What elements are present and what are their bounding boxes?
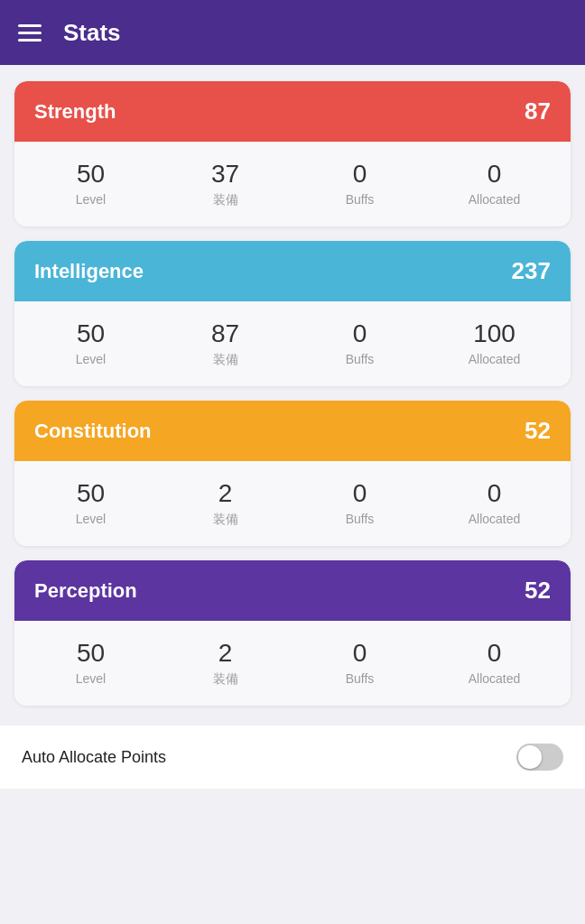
stat-equipment-value: 87: [211, 319, 239, 348]
stat-total-intelligence: 237: [512, 257, 551, 285]
stat-buffs-label: Buffs: [346, 192, 375, 207]
stat-total-constitution: 52: [525, 417, 551, 445]
stat-buffs-item: 0 Buffs: [329, 160, 392, 208]
stat-allocated-value: 0: [488, 639, 502, 668]
stat-allocated-item[interactable]: 0 Allocated: [463, 479, 526, 528]
stat-total-strength: 87: [525, 97, 551, 125]
stat-name-intelligence: Intelligence: [34, 260, 144, 283]
stat-level-value: 50: [77, 639, 105, 668]
stat-buffs-value: 0: [353, 319, 367, 348]
stat-level-value: 50: [77, 479, 105, 508]
stat-body-intelligence: 50 Level 87 装備 0 Buffs 100 Allocated: [14, 301, 571, 386]
stat-level-item: 50 Level: [60, 479, 123, 528]
stat-header-constitution[interactable]: Constitution 52: [14, 401, 571, 461]
stat-level-value: 50: [77, 160, 105, 189]
stat-equipment-value: 2: [218, 639, 233, 668]
stat-buffs-item: 0 Buffs: [329, 319, 392, 368]
stat-name-constitution: Constitution: [34, 420, 152, 443]
stat-equipment-item: 2 装備: [194, 479, 257, 528]
stat-buffs-value: 0: [353, 479, 367, 508]
stat-allocated-value: 100: [473, 319, 515, 348]
stat-total-perception: 52: [525, 577, 551, 605]
stat-level-label: Level: [76, 512, 106, 526]
stat-equipment-label: 装備: [213, 352, 238, 368]
stats-content: Strength 87 50 Level 37 装備 0 Buffs 0: [0, 65, 585, 722]
stat-card-intelligence: Intelligence 237 50 Level 87 装備 0 Buffs …: [14, 241, 571, 386]
stat-header-strength[interactable]: Strength 87: [14, 81, 571, 142]
stat-level-item: 50 Level: [60, 319, 123, 368]
stat-equipment-item: 87 装備: [194, 319, 257, 368]
stat-level-label: Level: [76, 352, 106, 366]
stat-equipment-value: 37: [211, 160, 239, 189]
auto-allocate-label: Auto Allocate Points: [22, 748, 166, 767]
stat-allocated-value: 0: [488, 160, 502, 189]
app-header: Stats: [0, 0, 585, 65]
page-title: Stats: [63, 19, 121, 47]
stat-equipment-label: 装備: [213, 192, 238, 208]
stat-buffs-item: 0 Buffs: [329, 639, 392, 688]
stat-level-item: 50 Level: [60, 639, 123, 688]
stat-buffs-label: Buffs: [346, 352, 375, 366]
stat-allocated-label: Allocated: [469, 192, 521, 207]
stat-allocated-item[interactable]: 0 Allocated: [463, 639, 526, 688]
stat-body-perception: 50 Level 2 装備 0 Buffs 0 Allocated: [14, 621, 571, 706]
stat-card-constitution: Constitution 52 50 Level 2 装備 0 Buffs 0: [14, 401, 571, 546]
stat-buffs-label: Buffs: [346, 671, 375, 686]
stat-allocated-item[interactable]: 100 Allocated: [463, 319, 526, 368]
stat-level-label: Level: [76, 671, 106, 686]
stat-equipment-item: 37 装備: [194, 160, 257, 208]
stat-body-constitution: 50 Level 2 装備 0 Buffs 0 Allocated: [14, 461, 571, 546]
stat-level-label: Level: [76, 192, 106, 207]
stat-equipment-label: 装備: [213, 512, 238, 528]
footer-bar: Auto Allocate Points: [0, 725, 585, 789]
stat-allocated-item[interactable]: 0 Allocated: [463, 160, 526, 208]
stat-buffs-value: 0: [353, 639, 367, 668]
stat-allocated-label: Allocated: [469, 512, 521, 526]
auto-allocate-toggle[interactable]: [516, 744, 563, 771]
stat-buffs-label: Buffs: [346, 512, 375, 526]
stat-allocated-label: Allocated: [469, 671, 521, 686]
toggle-knob: [518, 745, 542, 769]
stat-equipment-item: 2 装備: [194, 639, 257, 688]
stat-buffs-item: 0 Buffs: [329, 479, 392, 528]
stat-level-item: 50 Level: [60, 160, 123, 208]
stat-header-intelligence[interactable]: Intelligence 237: [14, 241, 571, 301]
stat-header-perception[interactable]: Perception 52: [14, 560, 571, 621]
stat-equipment-label: 装備: [213, 671, 238, 688]
stat-equipment-value: 2: [218, 479, 233, 508]
stat-allocated-value: 0: [488, 479, 502, 508]
stat-level-value: 50: [77, 319, 105, 348]
stat-body-strength: 50 Level 37 装備 0 Buffs 0 Allocated: [14, 142, 571, 226]
menu-button[interactable]: [18, 24, 42, 42]
stat-buffs-value: 0: [353, 160, 367, 189]
stat-name-strength: Strength: [34, 100, 116, 124]
stat-card-strength: Strength 87 50 Level 37 装備 0 Buffs 0: [14, 81, 571, 226]
stat-card-perception: Perception 52 50 Level 2 装備 0 Buffs 0: [14, 560, 571, 706]
stat-allocated-label: Allocated: [469, 352, 521, 366]
stat-name-perception: Perception: [34, 579, 137, 603]
